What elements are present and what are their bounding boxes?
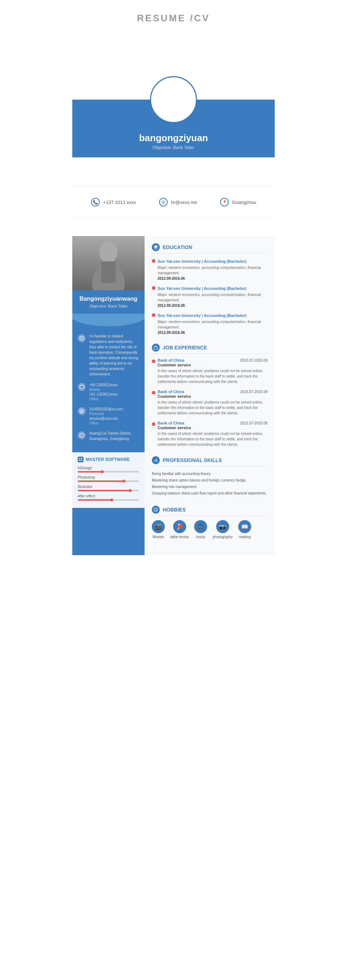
address-icon: 📍 <box>78 431 86 439</box>
svg-text:📍: 📍 <box>81 434 83 437</box>
job-date-1: 2015.07-2015.09 <box>240 358 267 363</box>
job-header-1: Bank of China 2015.07-2015.09 <box>158 358 267 363</box>
photography-label: photography <box>213 535 233 539</box>
profile-header: bangongziyuan Objective: Bank Teller <box>72 53 275 158</box>
edu-school-1: Sun Yat-sen University | Accounting (Bac… <box>158 259 246 264</box>
job-title-1: Customer service <box>158 363 267 367</box>
about-text: I'm familiar to related regulations and … <box>89 334 139 377</box>
svg-rect-17 <box>79 458 80 459</box>
office-number: +61 1350013xxxx <box>89 391 118 397</box>
movies-label: Movies <box>152 535 164 539</box>
hobbies-heading: HOBBIES <box>152 506 267 516</box>
left-objective: Objective: Bank Teller <box>72 304 145 314</box>
skills-text: Being familiar with accounting theory Ma… <box>152 471 267 497</box>
reading-label: reading <box>238 535 251 539</box>
reading-icon: 📖 <box>238 520 251 533</box>
phone-detail-item: 📞 +86 1350013xxxx Mobile +61 1350013xxxx… <box>78 382 139 401</box>
edu-date-2: 2012.09-2016.06 <box>158 304 267 307</box>
edu-school-3: Sun Yat-sen University | Accounting (Bac… <box>158 313 246 318</box>
hobbies-section: HOBBIES 🎬 Movies 🏓 table tennis 🎧 <box>152 506 267 539</box>
skill-line-2: Mastering share option,futures and forei… <box>152 477 267 484</box>
svg-rect-20 <box>81 460 82 461</box>
job-experience-section: JOB EXPERIENCE Bank of China 2015.07-201… <box>152 344 267 447</box>
photo-placeholder <box>72 236 145 290</box>
job-date-2: 2015.07-2015.09 <box>240 390 267 394</box>
master-software-title: MASTER SOFTWARE <box>86 457 130 462</box>
job-date-3: 2015.07-2015.09 <box>240 421 267 425</box>
hobby-tabletennis: 🏓 table tennis <box>170 520 189 539</box>
contact-section: 📞 +137 1011 xxxx @ hr@xxxx.me <box>72 186 275 218</box>
movies-icon: 🎬 <box>152 520 165 533</box>
hobby-photography: 📷 photography <box>213 520 233 539</box>
email-address: hr@xxxx.me <box>171 200 197 205</box>
svg-text:@: @ <box>161 200 165 204</box>
skills-icon <box>152 456 160 464</box>
left-column: Bangongziyuanwang Objective: Bank Teller… <box>72 236 145 555</box>
edu-date-1: 2012.09-2016.06 <box>158 277 267 280</box>
left-name: Bangongziyuanwang <box>72 290 145 304</box>
skill-aftereffect: After effect <box>78 494 139 501</box>
edu-major-2: Major: western economics, accounting com… <box>158 292 267 303</box>
edu-major-3: Major: western economics, accounting com… <box>158 319 267 330</box>
profile-name: bangongziyuan <box>139 132 208 144</box>
job-experience-title: JOB EXPERIENCE <box>163 345 207 350</box>
spacer-2 <box>72 218 275 236</box>
edu-item-1: Sun Yat-sen University | Accounting (Bac… <box>152 258 267 280</box>
office-email: service@xxxx.me <box>89 416 123 421</box>
contact-location: 📍 Guangzhou <box>220 197 256 207</box>
education-heading: EDUCATION <box>152 243 267 253</box>
skill-bar-bg-illustrator <box>78 490 139 491</box>
svg-text:📞: 📞 <box>93 200 98 205</box>
about-item: i I'm familiar to related regulations an… <box>78 334 139 377</box>
edu-item-3: Sun Yat-sen University | Accounting (Bac… <box>152 312 267 335</box>
location-text: Guangzhou <box>232 200 256 205</box>
email-icon: @ <box>159 197 168 207</box>
full-page: RESUME /CV bangongziyuan Objective: Bank… <box>0 0 347 980</box>
master-software-heading: MASTER SOFTWARE <box>78 457 139 462</box>
skill-line-1: Being familiar with accounting theory <box>152 471 267 477</box>
music-icon: 🎧 <box>194 520 207 533</box>
right-column: EDUCATION Sun Yat-sen University | Accou… <box>145 236 275 555</box>
skill-bar-bg-aftereffect <box>78 499 139 501</box>
hobby-movies: 🎬 Movies <box>152 520 165 539</box>
contact-email: @ hr@xxxx.me <box>159 197 197 207</box>
phone-details: +86 1350013xxxx Mobile +61 1350013xxxx O… <box>89 382 118 401</box>
job-title-2: Customer service <box>158 394 267 398</box>
header-section: RESUME /CV <box>72 0 275 31</box>
svg-text:@: @ <box>80 410 83 412</box>
job-company-1: Bank of China <box>158 358 184 363</box>
skill-name-aftereffect: After effect <box>78 494 139 498</box>
svg-rect-8 <box>101 261 116 283</box>
email-detail-icon: @ <box>78 407 86 415</box>
photography-icon: 📷 <box>216 520 229 533</box>
skill-bar-illustrator <box>78 490 130 491</box>
professional-skills-title: PROFESSIONAL SKILLS <box>163 457 222 463</box>
office-type: Office <box>89 397 118 401</box>
professional-skills-section: PROFESSIONAL SKILLS Being familiar with … <box>152 456 267 497</box>
skill-name-illustrator: Illustrator <box>78 485 139 489</box>
job-desc-2: In the cases of which clients' problems … <box>158 399 267 416</box>
education-title: EDUCATION <box>163 244 192 250</box>
education-icon <box>152 243 160 251</box>
master-software-section: MASTER SOFTWARE InDesign Photoshop <box>72 452 145 508</box>
personal-type: Personal <box>89 412 123 416</box>
skill-bar-aftereffect <box>78 499 112 501</box>
hobbies-title: HOBBIES <box>163 507 186 512</box>
job-desc-1: In the cases of which clients' problems … <box>158 368 267 384</box>
email-detail-item: @ 3106033S5@xx.com Personal service@xxxx… <box>78 406 139 425</box>
skill-illustrator: Illustrator <box>78 485 139 491</box>
svg-point-6 <box>99 242 117 263</box>
contact-phone: 📞 +137 1011 xxxx <box>91 197 136 207</box>
address-text: HuangCun,Tianhe District, Guangzhou, Gua… <box>89 431 139 441</box>
skill-bar-bg-indesign <box>78 471 139 473</box>
job-title-3: Customer service <box>158 426 267 430</box>
phone-icon: 📞 <box>91 197 100 207</box>
page-content: RESUME /CV bangongziyuan Objective: Bank… <box>72 0 275 555</box>
skill-bar-photoshop <box>78 480 124 482</box>
master-icon <box>78 457 83 462</box>
profile-objective: Objective: Bank Teller <box>152 145 195 150</box>
job-icon <box>152 344 160 352</box>
svg-text:i: i <box>82 337 82 340</box>
skill-indesign: InDesign <box>78 466 139 473</box>
professional-skills-heading: PROFESSIONAL SKILLS <box>152 456 267 466</box>
